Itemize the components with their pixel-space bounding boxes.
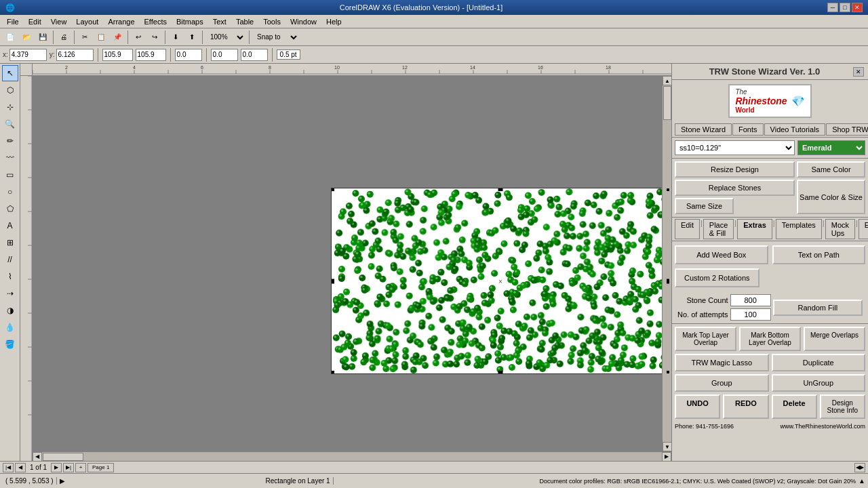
ungroup-button[interactable]: UnGroup [772,374,866,392]
expand-btn[interactable]: ◀▶ [854,463,865,472]
undo-button-panel[interactable]: UNDO [675,394,720,419]
select-tool[interactable]: ↖ [2,65,18,81]
blend-tool[interactable]: ⇢ [2,285,18,302]
menu-item-file[interactable]: File [3,16,23,27]
width-input[interactable] [102,49,133,61]
scroll-track[interactable] [42,452,662,462]
text-on-path-button[interactable]: Text on Path [772,245,866,264]
export-button[interactable]: ⬆ [184,30,199,45]
handle-ml[interactable] [331,279,334,283]
tab-fonts[interactable]: Fonts [732,123,764,136]
vscroll-thumb[interactable] [663,86,671,120]
page-add-btn[interactable]: + [75,463,86,472]
merge-overlaps-button[interactable]: Merge Overlaps [804,327,865,351]
copy-button[interactable]: 📋 [94,30,108,45]
handle-bl[interactable] [331,371,334,374]
menu-item-edit[interactable]: Edit [24,16,45,27]
resize-design-button[interactable]: Resize Design [675,161,795,178]
posy-input[interactable] [241,49,268,61]
play-btn[interactable]: ▶ [60,477,260,485]
delete-button-panel[interactable]: Delete [772,394,817,419]
x-input[interactable] [9,49,47,61]
same-size-button[interactable]: Same Size [675,198,734,214]
tab-shop-trw[interactable]: Shop TRW [826,123,868,136]
vscroll-track[interactable] [663,85,671,442]
print-button[interactable]: 🖨 [56,30,71,45]
duplicate-button[interactable]: Duplicate [772,354,866,371]
angle-input[interactable] [175,49,202,61]
stone-count-input[interactable] [730,294,771,306]
redo-button[interactable]: ↪ [147,30,162,45]
trw-magic-lasso-button[interactable]: TRW Magic Lasso [675,354,769,371]
tab-extras[interactable]: Extras [737,219,772,239]
attempts-input[interactable] [730,308,771,321]
handle-tl[interactable] [331,188,334,191]
polygon-tool[interactable]: ⬠ [2,201,18,217]
design-canvas[interactable]: × [331,188,670,374]
page-first-btn[interactable]: |◀ [3,463,14,472]
tab-templates[interactable]: Templates [776,219,822,239]
snap-to-selector[interactable]: Snap to [252,30,300,45]
menu-item-bitmaps[interactable]: Bitmaps [172,16,208,27]
maximize-button[interactable]: □ [840,3,850,12]
group-button[interactable]: Group [675,374,769,392]
table-tool[interactable]: ⊞ [2,235,18,251]
text-tool[interactable]: A [2,218,18,234]
save-button[interactable]: 💾 [35,30,50,45]
cut-button[interactable]: ✂ [77,30,92,45]
mark-top-button[interactable]: Mark Top Layer Overlap [675,327,736,351]
same-color-button[interactable]: Same Color [797,161,865,178]
hscroll[interactable]: ◀ ▶ [33,451,671,461]
close-button[interactable]: ✕ [852,3,863,12]
add-weed-box-button[interactable]: Add Weed Box [675,245,768,264]
page-next-btn[interactable]: ▶ [51,463,62,472]
node-tool[interactable]: ⬡ [2,82,18,98]
y-input[interactable] [56,49,94,61]
new-button[interactable]: 📄 [3,30,18,45]
height-input[interactable] [136,49,166,61]
transparency-tool[interactable]: ◑ [2,302,18,319]
stone-size-dropdown[interactable]: ss10=0.129" [675,140,795,155]
zoom-selector[interactable]: 100% [205,30,246,45]
menu-item-layout[interactable]: Layout [72,16,102,27]
tab-stone-wizard[interactable]: Stone Wizard [675,123,732,136]
custom-2-rotations-button[interactable]: Custom 2 Rotations [675,268,760,287]
ellipse-tool[interactable]: ○ [2,184,18,200]
menu-item-text[interactable]: Text [209,16,231,27]
menu-item-effects[interactable]: Effects [140,16,171,27]
handle-tm[interactable] [498,188,503,191]
fill-tool[interactable]: 🪣 [2,336,18,352]
replace-stones-button[interactable]: Replace Stones [675,180,795,196]
parallel-tool[interactable]: // [2,251,18,268]
eyedropper-tool[interactable]: 💧 [2,319,18,336]
scroll-down-btn[interactable]: ▼ [663,442,671,451]
random-fill-button[interactable]: Random Fill [773,300,863,316]
same-color-size-button[interactable]: Same Color & Size [797,180,865,214]
scroll-thumb[interactable] [43,453,83,461]
menu-item-tools[interactable]: Tools [259,16,285,27]
design-stone-info-button[interactable]: Design Stone Info [820,394,865,419]
rect-tool[interactable]: ▭ [2,167,18,183]
tab-place-fill[interactable]: Place & Fill [703,219,734,239]
import-button[interactable]: ⬇ [168,30,183,45]
tab-export[interactable]: Export [859,219,868,239]
page-label[interactable]: Page 1 [87,463,114,472]
scroll-right-btn[interactable]: ▶ [662,452,671,462]
paste-button[interactable]: 📌 [110,30,125,45]
tab-mock-ups[interactable]: Mock Ups [825,219,855,239]
vscroll[interactable]: ▲ ▼ [662,76,671,451]
minimize-button[interactable]: ─ [827,3,838,12]
undo-button[interactable]: ↩ [131,30,146,45]
redo-button-panel[interactable]: REDO [723,394,768,419]
panel-close-button[interactable]: ✕ [853,67,864,77]
stone-color-dropdown[interactable]: Emerald [797,140,865,155]
mark-bottom-button[interactable]: Mark Bottom Layer Overlap [739,327,801,351]
freehand-tool[interactable]: ✏ [2,133,18,149]
scroll-left-btn[interactable]: ◀ [33,452,42,462]
open-button[interactable]: 📂 [19,30,34,45]
posx-input[interactable] [211,49,238,61]
zoom-tool[interactable]: 🔍 [2,116,18,132]
tab-edit[interactable]: Edit [675,219,700,239]
menu-item-window[interactable]: Window [286,16,321,27]
tab-video-tutorials[interactable]: Video Tutorials [764,123,826,136]
